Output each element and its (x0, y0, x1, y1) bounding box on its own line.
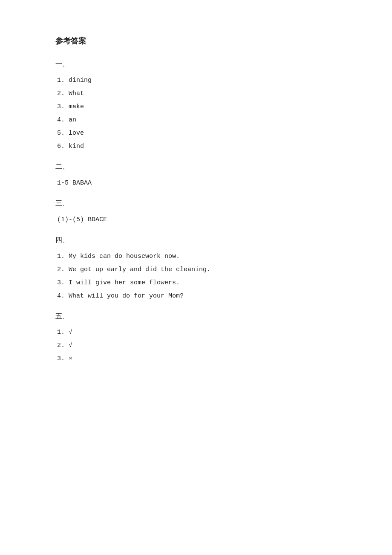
item: 4. an (57, 114, 337, 126)
item: 2. √ (57, 340, 337, 351)
item: 3. make (57, 101, 337, 113)
page-title: 参考答案 (55, 34, 337, 48)
item: 2. We got up early and did the cleaning. (57, 264, 337, 275)
section-section4: 四、1. My kids can do housework now.2. We … (55, 234, 337, 302)
item: (1)-(5) BDACE (57, 214, 337, 225)
item: 2. What (57, 88, 337, 99)
section-section5: 五、1. √2. √3. × (55, 310, 337, 365)
item: 6. kind (57, 141, 337, 152)
item: 1. dining (57, 75, 337, 86)
section-section3: 三、(1)-(5) BDACE (55, 197, 337, 225)
section-section1: 一、1. dining2. What3. make4. an5. love6. … (55, 58, 337, 152)
section-header-section4: 四、 (55, 234, 337, 246)
section-header-section3: 三、 (55, 197, 337, 210)
section-header-section5: 五、 (55, 310, 337, 323)
item: 3. I will give her some flowers. (57, 277, 337, 289)
section-section2: 二、1-5 BABAA (55, 161, 337, 189)
item: 5. love (57, 127, 337, 139)
section-header-section2: 二、 (55, 161, 337, 173)
section-header-section1: 一、 (55, 58, 337, 70)
item: 1. √ (57, 327, 337, 338)
item: 3. × (57, 353, 337, 364)
item: 1. My kids can do housework now. (57, 251, 337, 262)
item: 1-5 BABAA (57, 177, 337, 189)
item: 4. What will you do for your Mom? (57, 290, 337, 302)
